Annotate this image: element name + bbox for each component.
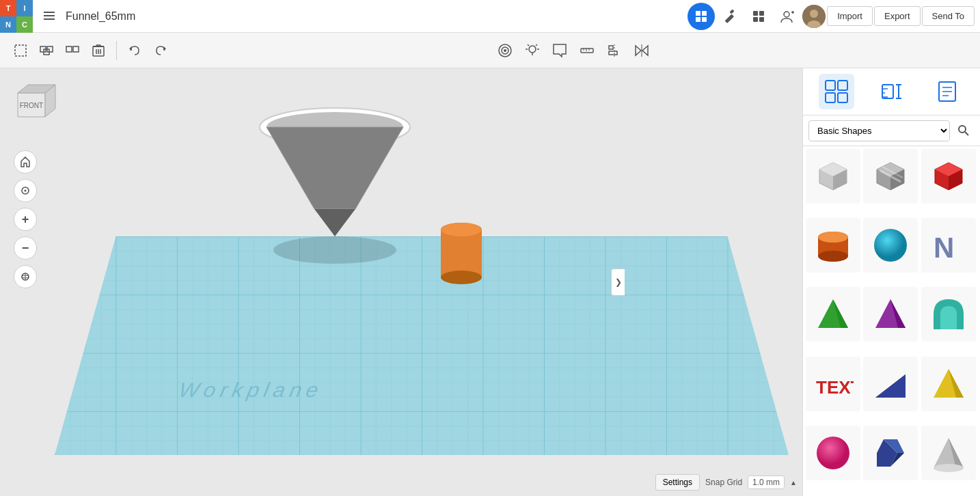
svg-rect-45 [581,49,593,53]
shape-sphere-pink[interactable] [806,426,860,480]
svg-point-107 [818,232,848,243]
view-list-icon[interactable] [38,5,60,27]
note-btn[interactable] [547,38,572,63]
svg-line-42 [528,44,529,46]
svg-rect-9 [753,11,758,16]
shapes-grid: N [803,146,980,496]
shape-arch-teal[interactable] [921,287,976,342]
svg-marker-52 [636,46,641,55]
zoom-in-btn[interactable]: + [14,208,37,231]
settings-btn[interactable]: Settings [655,474,700,491]
shape-box-gray[interactable] [806,149,860,204]
svg-rect-19 [15,45,26,56]
front-cube-indicator[interactable]: FRONT [11,79,66,134]
toolbar [0,33,980,68]
funnel-object[interactable] [253,86,417,291]
shape-prism-blue[interactable] [863,426,918,480]
panel-ruler-btn[interactable] [874,74,910,109]
svg-text:TEXT: TEXT [816,377,854,398]
svg-rect-73 [441,230,482,277]
svg-marker-66 [55,236,789,455]
align-btn[interactable] [602,38,627,63]
svg-marker-117 [875,374,906,398]
main: FRONT + − [0,68,980,496]
svg-point-60 [25,190,27,192]
topbar: T I N C Funnel_65mm [0,0,980,33]
import-btn[interactable]: Import [827,6,873,26]
shape-sphere-teal[interactable] [863,218,918,273]
snap-value[interactable]: 1.0 mm [748,476,785,489]
panel-top-icons [803,68,980,115]
design-btn[interactable] [716,3,744,30]
shape-cylinder-orange[interactable] [806,218,860,273]
panel-grid-btn[interactable] [819,74,854,109]
shape-cone-gray[interactable] [921,426,976,480]
cylinder-object[interactable] [437,216,485,298]
ruler-btn[interactable] [575,38,599,63]
topbar-right: Import Export Send To [688,3,975,30]
svg-marker-70 [314,209,355,236]
svg-rect-77 [838,81,847,90]
svg-point-17 [810,10,818,18]
ungroup-btn[interactable] [60,38,85,63]
center-tools [493,38,654,63]
export-btn[interactable]: Export [874,6,921,26]
zoom-out-btn[interactable]: − [14,236,37,260]
svg-rect-5 [696,17,700,22]
shapes-search-btn[interactable] [953,120,975,141]
panel-notes-btn[interactable] [929,74,965,109]
shape-pyramid-green[interactable] [806,287,860,342]
avatar[interactable] [802,5,826,28]
svg-rect-0 [44,12,55,13]
logo-c: C [16,16,33,33]
viewport[interactable]: FRONT + − [0,68,802,496]
shape-box-stripe[interactable] [863,149,918,204]
svg-rect-79 [838,93,847,102]
fit-view-btn[interactable] [14,179,37,202]
view-nav: + − [14,150,37,288]
redo-btn[interactable] [148,38,173,63]
snap-label: Snap Grid [705,478,742,487]
svg-point-106 [818,251,848,262]
shape-letter-n[interactable]: N [921,218,976,273]
shape-wedge-blue[interactable] [863,357,918,411]
shapes-category-select[interactable]: Basic Shapes [808,120,950,141]
box-select-btn[interactable] [8,38,33,63]
svg-rect-50 [609,51,617,55]
shape-text-red[interactable]: TEXT [806,357,860,411]
svg-rect-3 [696,11,700,16]
svg-point-74 [441,271,482,284]
perspective-btn[interactable] [14,265,37,288]
grid-view-btn[interactable] [688,3,715,30]
svg-rect-49 [609,46,613,49]
svg-marker-58 [21,157,29,167]
add-user-btn[interactable] [774,3,801,30]
shapes-bar: Basic Shapes [803,115,980,146]
svg-rect-76 [826,81,835,90]
logo-i: I [16,0,33,16]
home-view-btn[interactable] [14,150,37,174]
panel-toggle-btn[interactable]: ❯ [611,268,625,296]
workplane: Workplane [55,236,789,455]
group-btn[interactable] [34,38,59,63]
svg-rect-24 [73,46,79,52]
svg-marker-69 [267,127,403,209]
shape-box-red[interactable] [921,149,976,204]
shape-pyramid-yellow[interactable] [921,357,976,411]
logo-t: T [0,0,16,16]
flip-btn[interactable] [629,38,654,63]
inspector-btn[interactable] [493,38,517,63]
shape-pyramid-purple[interactable] [863,287,918,342]
svg-rect-23 [66,46,72,52]
send-to-btn[interactable]: Send To [922,6,975,26]
snap-arrow[interactable]: ▲ [790,479,797,486]
undo-btn[interactable] [122,38,147,63]
delete-btn[interactable] [86,38,111,63]
logo: T I N C [0,0,33,33]
svg-marker-53 [642,46,648,55]
code-btn[interactable] [745,3,772,30]
project-name[interactable]: Funnel_65mm [66,10,377,23]
svg-point-71 [273,236,396,264]
light-btn[interactable] [520,38,545,63]
svg-rect-10 [759,11,764,16]
